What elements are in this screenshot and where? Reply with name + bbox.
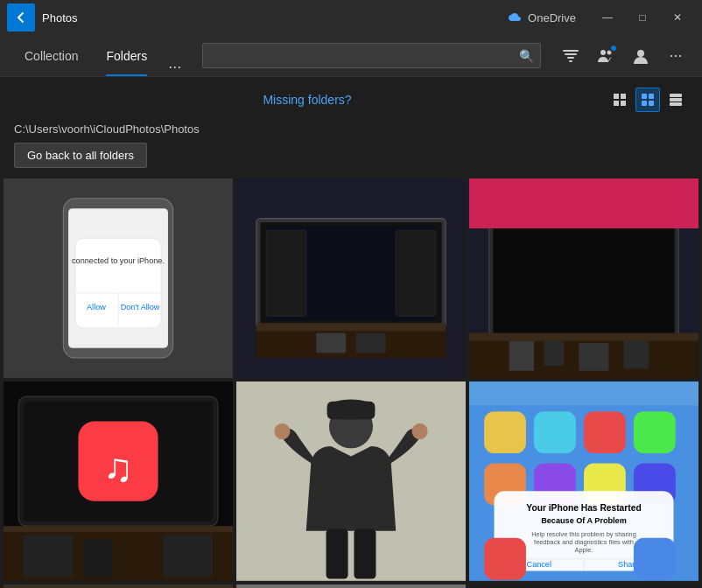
svg-rect-35 [316, 333, 346, 354]
missing-folders-link[interactable]: Missing folders? [263, 93, 351, 107]
svg-rect-34 [396, 230, 436, 316]
app-title: Photos [42, 11, 505, 24]
window-controls: — □ ✕ [590, 4, 695, 32]
people-button[interactable] [590, 40, 621, 72]
svg-rect-39 [493, 222, 674, 334]
svg-rect-44 [509, 341, 534, 371]
svg-rect-45 [544, 341, 564, 366]
onedrive-icon [505, 11, 523, 24]
svg-rect-16 [670, 98, 682, 102]
photo-item-6[interactable]: Your iPhone Has Restarted Because Of A P… [469, 382, 698, 581]
tab-collection[interactable]: Collection [11, 35, 92, 76]
photo-item-8[interactable] [236, 584, 466, 588]
svg-text:feedback and diagnostics files: feedback and diagnostics files with [534, 537, 634, 545]
photo-4-image: ♫ Apple Music [4, 382, 233, 581]
svg-rect-10 [621, 101, 626, 106]
svg-rect-43 [469, 333, 698, 341]
svg-text:Help resolve this problem by s: Help resolve this problem by sharing [531, 529, 636, 537]
svg-point-63 [274, 424, 290, 439]
photo-8-image [236, 584, 466, 588]
more-options-button[interactable]: ··· [660, 40, 691, 72]
svg-text:Don't Allow: Don't Allow [121, 303, 160, 312]
photo-item-2[interactable] [236, 178, 466, 378]
people-badge [609, 44, 618, 52]
photo-item-4[interactable]: ♫ Apple Music [4, 382, 233, 581]
photo-item-7[interactable] [4, 584, 233, 588]
photo-item-3[interactable] [469, 178, 698, 378]
svg-rect-32 [256, 323, 446, 331]
large-grid-icon [670, 94, 682, 106]
svg-rect-70 [534, 411, 576, 453]
svg-rect-56 [24, 535, 74, 577]
filter-button[interactable] [555, 40, 586, 72]
search-icon[interactable]: 🔍 [519, 49, 534, 63]
nav-bar: Collection Folders ··· 🔍 [0, 35, 702, 77]
medium-grid-icon [642, 94, 654, 106]
svg-point-6 [637, 50, 644, 57]
account-button[interactable] [625, 40, 656, 72]
svg-rect-17 [670, 102, 682, 106]
back-to-folders-button[interactable]: Go back to all folders [14, 143, 147, 168]
svg-rect-106 [236, 584, 466, 588]
svg-rect-71 [584, 411, 626, 453]
main-content: Missing folders? [0, 77, 702, 588]
close-button[interactable]: ✕ [660, 4, 695, 32]
large-grid-button[interactable] [663, 88, 688, 112]
photo-grid: connected to your iPhone. Allow Don't Al… [0, 178, 702, 588]
svg-rect-13 [642, 101, 647, 106]
svg-rect-69 [484, 411, 526, 453]
medium-grid-button[interactable] [635, 88, 660, 112]
svg-rect-15 [670, 94, 682, 97]
folder-path: C:\Users\voorh\iCloudPhotos\Photos [0, 119, 702, 143]
svg-rect-12 [649, 94, 654, 99]
svg-rect-0 [563, 50, 579, 52]
svg-rect-65 [326, 528, 348, 578]
svg-rect-8 [621, 94, 626, 99]
svg-rect-58 [163, 535, 213, 577]
svg-rect-9 [614, 101, 619, 106]
svg-text:Because Of A Problem: Because Of A Problem [541, 516, 627, 525]
svg-text:connected to your iPhone.: connected to your iPhone. [72, 256, 165, 265]
search-input[interactable] [202, 43, 541, 68]
svg-rect-68 [469, 382, 698, 405]
svg-rect-88 [634, 538, 676, 580]
svg-rect-3 [569, 60, 572, 62]
svg-rect-7 [614, 94, 619, 99]
photo-5-image [236, 382, 466, 581]
small-grid-icon [614, 94, 626, 106]
photo-9-image [469, 584, 698, 588]
title-bar: Photos OneDrive — □ ✕ [0, 0, 702, 35]
small-grid-button[interactable] [607, 88, 632, 112]
svg-rect-33 [266, 230, 306, 316]
maximize-button[interactable]: □ [625, 4, 660, 32]
svg-rect-87 [484, 538, 526, 580]
svg-rect-11 [642, 94, 647, 99]
svg-rect-66 [354, 528, 376, 578]
svg-rect-47 [624, 341, 649, 369]
photo-2-image [236, 178, 466, 378]
photo-7-image [4, 584, 233, 588]
nav-tabs: Collection Folders ··· [11, 35, 188, 76]
svg-text:Allow: Allow [87, 303, 106, 312]
back-button[interactable] [7, 4, 35, 32]
svg-rect-57 [83, 539, 113, 577]
nav-more-button[interactable]: ··· [161, 58, 188, 76]
svg-rect-111 [469, 584, 698, 588]
photo-1-image: connected to your iPhone. Allow Don't Al… [4, 178, 233, 378]
svg-rect-1 [565, 53, 577, 55]
tab-folders[interactable]: Folders [92, 35, 161, 76]
svg-point-64 [411, 424, 427, 439]
photo-item-5[interactable] [236, 382, 466, 581]
photo-item-1[interactable]: connected to your iPhone. Allow Don't Al… [4, 178, 233, 378]
svg-rect-55 [4, 526, 233, 532]
photo-item-9[interactable] [469, 584, 698, 588]
onedrive-area: OneDrive [505, 11, 576, 24]
svg-rect-89 [4, 584, 233, 588]
svg-rect-46 [579, 343, 608, 371]
account-icon [632, 47, 649, 65]
view-toggle [607, 88, 688, 112]
svg-rect-36 [356, 333, 386, 354]
minimize-button[interactable]: — [590, 4, 625, 32]
search-bar: 🔍 [202, 43, 541, 68]
filter-icon [563, 49, 579, 63]
